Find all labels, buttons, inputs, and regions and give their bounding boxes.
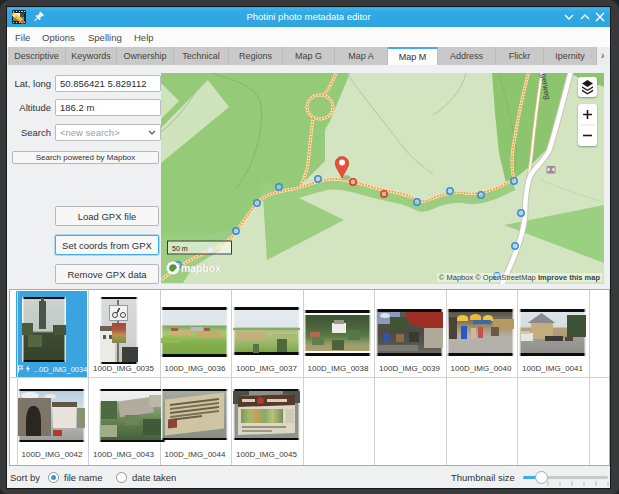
svg-text:50 m: 50 m xyxy=(172,245,188,252)
svg-text:mapbox: mapbox xyxy=(181,262,221,274)
